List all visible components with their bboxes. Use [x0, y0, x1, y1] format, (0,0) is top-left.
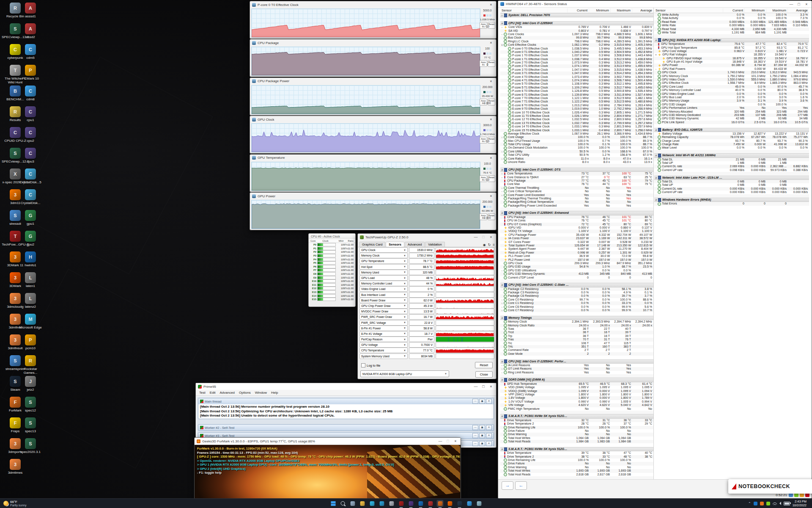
sensor-row[interactable]: VDDQ TX Voltage1.100 V1.100 V1.100 V1.10… [500, 229, 653, 233]
expand-icon[interactable]: ∨ [654, 53, 658, 56]
sensor-row[interactable]: ›GPU Rail Powers0.000 W84.433 W [654, 67, 809, 71]
sensor-section-row[interactable]: ∨S.M.A.R.T.: PC801 NVMe SK hynix 512GB (… [500, 414, 653, 418]
sensor-row[interactable]: Trc106 T47 T115 T [500, 342, 653, 345]
sensor-row[interactable]: Trp36 T16 T39 T [500, 334, 653, 338]
sensor-dropdown[interactable]: GPU Load▼ [359, 275, 408, 281]
sensor-row[interactable]: P-core 2 T1 Effective Clock1,074.1 MHz0.… [500, 64, 653, 68]
sensor-row[interactable]: Max CPU/Thread Usage100.0 %0.7 %100.0 %8… [500, 139, 653, 143]
hwinfo-tray-icon[interactable] [754, 502, 757, 505]
sensor-dropdown[interactable]: 8-Pin #1 Power▼ [359, 326, 408, 331]
desktop-icon-cdm8[interactable]: Ccdm8 [17, 86, 44, 101]
sensor-row[interactable]: GPU Video Engine Load0.0 %0.0 %0.0 %0.0 … [654, 92, 809, 96]
sensor-row[interactable]: Total CPU Usage100.0 %0.1 %100.0 %88.7 % [500, 143, 653, 146]
close-icon[interactable]: ✕ [486, 441, 492, 446]
checkbox-icon[interactable] [361, 363, 365, 367]
close-icon[interactable]: ✕ [486, 433, 492, 438]
expand-icon[interactable]: ∨ [654, 176, 658, 179]
sensor-row[interactable]: Total DL0 MB0 MB0 MB [654, 180, 809, 183]
sensor-section-row[interactable]: ∨S.M.A.R.T.: PC801 NVMe SK hynix 512GB (… [500, 447, 653, 451]
gpu-select-dropdown[interactable]: NVIDIA RTX A2000 8GB Laptop GPU▼ [360, 370, 449, 377]
sensor-row[interactable]: Rest-of-Chip Power0.996 W0.257 W1.301 W0… [500, 251, 653, 254]
sensor-row[interactable]: ›IA Limit ReasonsYesNoYes [500, 364, 653, 367]
sensor-row[interactable]: Total Errors000 [654, 202, 809, 205]
taskbar-icon-furmark[interactable] [437, 500, 444, 507]
sensor-row[interactable]: CPU IA Cores76 °C45 °C101 °C80 °C [500, 219, 653, 222]
sensor-dropdown[interactable]: Memory Clock▼ [359, 253, 408, 258]
sensor-row[interactable]: Read Total4,330 MB2,650 MB4,330 MB [654, 28, 809, 31]
graph-window-titlebar[interactable]: CPU Package Power× [250, 78, 496, 85]
sensor-section-row[interactable]: ›System: DELL Precision 7670 [500, 13, 653, 17]
sensor-row[interactable]: Package/Ring Power Limit ExceededYesNoYe… [500, 204, 653, 207]
taskbar-icon-settings[interactable] [388, 500, 395, 507]
sensor-row[interactable]: Memory Clock2,394.1 MHz2,393.5 MHz2,394.… [500, 320, 653, 323]
sensor-row[interactable]: ›Core Distance to TjMAX27 °C0 °C63 °C25 … [500, 176, 653, 179]
desktop-icon-laten1[interactable]: Llaten1 [17, 272, 44, 288]
desktop-icon-crystaldisk-[interactable]: CCrystalDisk... [17, 189, 44, 205]
minimize-icon[interactable]: — [472, 441, 478, 446]
sensor-row[interactable]: P-core 5 T1 Effective Clock1,109.2 MHz0.… [500, 86, 653, 89]
legend-swatch[interactable] [483, 129, 486, 131]
close-icon[interactable]: × [488, 41, 494, 45]
sensor-row[interactable]: Drive WarningNoNoNo [500, 466, 653, 469]
taskbar-icon-search[interactable] [340, 500, 346, 507]
expand-icon[interactable]: › [500, 193, 504, 197]
desktop-icon-gpu2[interactable]: Ggpu2 [17, 231, 44, 246]
desktop-icon-asssd1[interactable]: Aasssd1 [17, 3, 44, 18]
graph-window-6[interactable]: GPU Power×200.00060.386 WAuto FitReset0.… [250, 192, 497, 230]
expand-icon[interactable]: › [654, 103, 658, 106]
active-clock-titlebar[interactable]: CPU #0 - Active Clock [309, 234, 355, 239]
sensor-row[interactable]: Drive FailureNoNoNo [500, 429, 653, 433]
sensor-row[interactable]: P-core 6 T1 Effective Clock1,139.8 MHz0.… [500, 93, 653, 97]
legend-swatch[interactable] [489, 129, 491, 131]
legend-swatch[interactable] [489, 91, 491, 93]
minimize-icon[interactable]: — [472, 399, 478, 404]
taskbar-clock[interactable]: 2:43 PM 10/2/2022 [793, 500, 807, 507]
tab-advanced[interactable]: Advanced [405, 242, 425, 247]
expand-icon[interactable]: › [500, 186, 504, 190]
sensor-row[interactable]: Current UP rate0.000 KB/s0.000 KB/s0.000… [654, 190, 809, 194]
sensor-row[interactable]: E-core 9 T0 Effective Clock1,019.0 MHz1.… [500, 107, 653, 110]
expand-icon[interactable]: ∨ [500, 447, 504, 451]
expand-icon[interactable]: › [500, 301, 504, 305]
desktop-icon-cpu3[interactable]: Ccpu3 [17, 148, 44, 163]
sensor-row[interactable]: Total UP0 MB0 MB0 MB [654, 183, 809, 187]
sensor-row[interactable]: P-core 3 T1 Effective Clock1,047.0 MHz0.… [500, 72, 653, 75]
prime95-titlebar[interactable]: Prime95 — □ × [196, 383, 496, 390]
taskbar-icon-3dmark[interactable] [447, 500, 453, 507]
minimize-icon[interactable]: — [473, 235, 479, 239]
sensor-row[interactable]: GPU Bus Load2.0 %0.0 %3.0 %1.6 % [654, 96, 809, 99]
legend-swatch[interactable] [483, 91, 486, 93]
sensor-row[interactable]: Package/Ring Thermal ThrottlingNoNoYes [500, 197, 653, 200]
sensor-row[interactable]: Drive Temperature 228 °C26 °C37 °C29 °C [500, 422, 653, 425]
expand-icon[interactable]: › [500, 14, 504, 17]
sensor-dropdown[interactable]: GPU Chip Power Draw▼ [359, 303, 408, 309]
sensor-row[interactable]: Current DL rate0.000 KB/s0.000 KB/s0.000… [654, 187, 809, 190]
sensor-row[interactable]: Write Total1,191 MB864 MB1,191 MB [654, 31, 809, 34]
expand-icon[interactable]: › [500, 305, 504, 309]
sensor-row[interactable]: GPU 8-pin #1 Input Voltage18.848 V18.363… [654, 60, 809, 64]
menu-help[interactable]: Help [271, 391, 278, 395]
sensor-row[interactable]: PCIe Link Speed16.0 GT/s2.5 GT/s16.0 GT/… [654, 121, 809, 124]
graph-window-4[interactable]: GPU Clock×3000.01,740.0 MHzAuto FitReset… [250, 116, 497, 154]
legend-swatch[interactable] [489, 52, 491, 55]
sensor-row[interactable]: Drive Remaining Life100.0 %100.0 %100.0 … [500, 426, 653, 429]
expand-icon[interactable]: ∨ [500, 378, 504, 381]
sensor-row[interactable]: Tras70 T31 T76 T [500, 338, 653, 341]
taskbar-icon-cpu-z[interactable] [408, 500, 414, 507]
sensor-row[interactable]: ›GPU D3D Usages0.0 %100.0 % [654, 103, 809, 106]
graph-window-titlebar[interactable]: P-core 0 T0 Effective Clock× [250, 1, 496, 8]
sensor-row[interactable]: Package/Ring Critical TemperatureNoNoNo [500, 200, 653, 204]
refresh-icon[interactable]: ↻ [488, 243, 491, 247]
graph-window-titlebar[interactable]: GPU Power× [250, 193, 496, 199]
taskbar-icon-store[interactable] [379, 500, 385, 507]
desktop-icon-spec2020-3-1[interactable]: Sspec2020.3.1 [17, 438, 44, 454]
expand-icon[interactable]: › [500, 135, 504, 139]
menu-test[interactable]: Test [199, 391, 206, 395]
sensor-row[interactable]: Current DL rate2.069 KB/s0.000 KB/s2,362… [654, 165, 809, 168]
graph-window-5[interactable]: GPU Temperature×100.075.6 °CAuto FitRese… [250, 154, 497, 192]
expand-icon[interactable]: › [500, 309, 504, 312]
sensor-row[interactable]: ›GPU Performance LimitersYesNoYesYes [654, 106, 809, 110]
sensor-section-row[interactable]: ∨Network: Intel Alder Lake PCH - I219-LM… [654, 176, 809, 180]
sensor-row[interactable]: GPU Effective Clock1,558.7 MHz8.9 MHz1,6… [654, 81, 809, 85]
sensor-row[interactable]: ›Core Usage100.0 %0.0 %100.0 %88.7 % [500, 135, 653, 139]
